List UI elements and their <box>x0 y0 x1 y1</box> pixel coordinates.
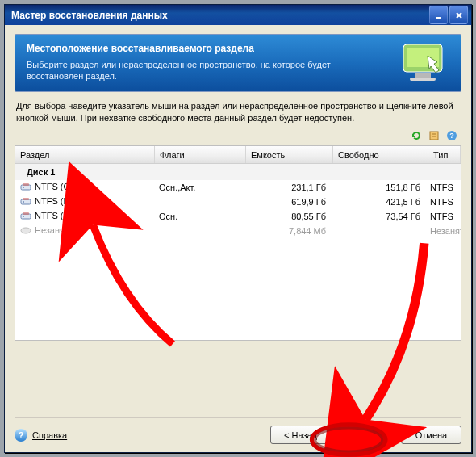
footer-bar: ? Справка < Назад Далее > Отмена <box>15 417 461 444</box>
svg-rect-20 <box>23 212 29 215</box>
col-flags[interactable]: Флаги <box>155 146 246 163</box>
row-name: NTFS (C:) <box>35 182 75 191</box>
partition-grid: Раздел Флаги Емкость Свободно Тип Диск 1… <box>15 145 461 341</box>
next-button[interactable]: Далее > <box>336 426 396 444</box>
row-flags <box>154 230 244 232</box>
svg-rect-5 <box>415 73 431 78</box>
refresh-icon[interactable] <box>410 129 423 142</box>
drive-icon <box>20 197 31 206</box>
title-bar: Мастер восстановления данных <box>5 5 471 25</box>
svg-rect-6 <box>410 78 436 81</box>
svg-text:?: ? <box>449 132 454 140</box>
row-type: Незанято <box>425 225 461 237</box>
svg-rect-7 <box>430 132 438 140</box>
row-free <box>331 230 425 232</box>
back-button[interactable]: < Назад <box>270 426 331 444</box>
row-free: 151,8 Гб <box>331 182 425 193</box>
row-capacity: 80,55 Гб <box>244 211 331 222</box>
banner-heading: Местоположение восстанавливаемого раздел… <box>27 43 380 54</box>
row-flags <box>154 201 244 203</box>
table-row[interactable]: NTFS (C:)Осн.,Акт.231,1 Гб151,8 ГбNTFS <box>15 180 461 195</box>
banner-monitor-icon <box>396 40 453 88</box>
grid-header: Раздел Флаги Емкость Свободно Тип <box>15 146 461 164</box>
svg-rect-17 <box>23 198 29 200</box>
row-free: 73,54 Гб <box>331 211 425 222</box>
group-row[interactable]: Диск 1 <box>15 164 461 180</box>
row-name: NTFS (M:) <box>35 211 76 220</box>
col-type[interactable]: Тип <box>428 146 461 163</box>
col-partition[interactable]: Раздел <box>15 146 155 163</box>
svg-point-13 <box>23 187 24 188</box>
row-name: NTFS (E:) <box>35 196 75 206</box>
wizard-window: Мастер восстановления данных Местоположе… <box>4 4 472 453</box>
instruction-text: Для выбора наведите указатель мыши на ра… <box>16 100 460 124</box>
grid-body: Диск 1 NTFS (C:)Осн.,Акт.231,1 Гб151,8 Г… <box>15 164 461 340</box>
svg-rect-14 <box>23 183 29 186</box>
drive-icon <box>20 212 31 220</box>
row-capacity: 7,844 Мб <box>244 225 331 237</box>
banner-text: Выберите раздел или нераспределенное про… <box>27 59 380 82</box>
table-row[interactable]: NTFS (E:)619,9 Гб421,5 ГбNTFS <box>15 195 461 209</box>
group-label: Диск 1 <box>15 166 161 178</box>
svg-point-21 <box>21 228 31 233</box>
cancel-button[interactable]: Отмена <box>401 426 461 444</box>
help-label: Справка <box>32 430 67 440</box>
row-type: NTFS <box>425 182 461 193</box>
row-capacity: 231,1 Гб <box>244 182 331 193</box>
drive-icon <box>20 182 31 191</box>
table-row[interactable]: NTFS (M:)Осн.80,55 Гб73,54 ГбNTFS <box>15 209 461 224</box>
close-button[interactable] <box>449 6 468 24</box>
row-type: NTFS <box>425 211 461 222</box>
row-type: NTFS <box>425 196 461 208</box>
col-free[interactable]: Свободно <box>333 146 428 163</box>
content-area: Местоположение восстанавливаемого раздел… <box>5 25 471 452</box>
window-title: Мастер восстановления данных <box>8 10 428 21</box>
col-capacity[interactable]: Емкость <box>246 146 333 163</box>
help-icon[interactable]: ? <box>445 129 458 142</box>
help-link[interactable]: ? Справка <box>15 429 67 442</box>
row-flags: Осн.,Акт. <box>154 182 244 193</box>
properties-icon[interactable] <box>428 129 441 142</box>
row-capacity: 619,9 Гб <box>244 196 331 208</box>
row-free: 421,5 Гб <box>331 196 425 208</box>
table-row[interactable]: Незанято7,844 МбНезанято <box>15 224 461 238</box>
header-banner: Местоположение восстанавливаемого раздел… <box>15 34 461 92</box>
mini-toolbar: ? <box>15 129 461 145</box>
svg-point-16 <box>23 201 24 203</box>
help-roundel-icon: ? <box>15 429 27 442</box>
minimize-button[interactable] <box>429 6 448 24</box>
drive-icon <box>20 226 31 235</box>
svg-point-19 <box>23 216 24 217</box>
row-flags: Осн. <box>154 211 244 222</box>
row-name: Незанято <box>35 225 73 235</box>
